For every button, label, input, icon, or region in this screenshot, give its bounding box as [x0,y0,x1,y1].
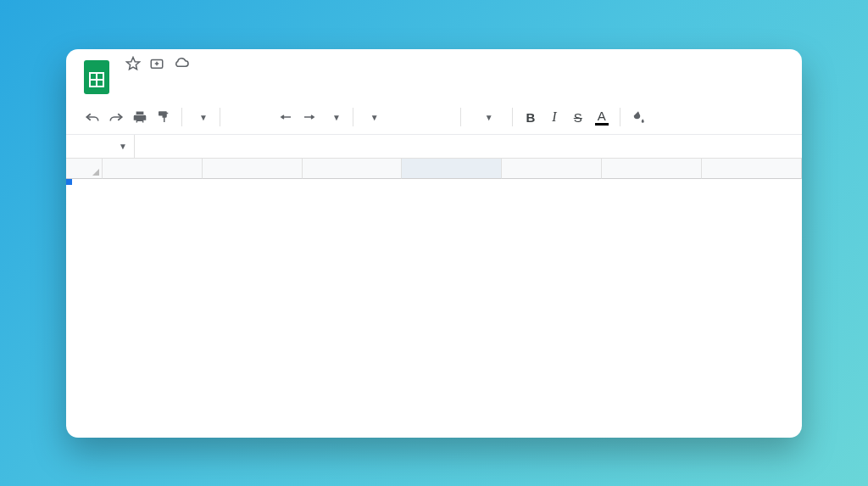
zoom-dropdown[interactable]: ▼ [189,113,213,122]
cloud-saved-icon [173,57,190,70]
bold-button[interactable]: B [520,105,542,129]
col-header-B[interactable] [203,159,303,179]
menu-tools[interactable] [209,76,224,81]
col-header-E[interactable] [502,159,602,179]
svg-marker-0 [127,58,140,70]
font-family-dropdown[interactable]: ▼ [360,113,453,122]
menu-extensions[interactable] [224,76,239,81]
currency-button[interactable] [227,105,249,129]
paint-format-button[interactable] [153,105,175,129]
fill-color-button[interactable] [627,105,649,129]
name-box[interactable]: ▼ [66,135,134,158]
star-icon[interactable] [125,56,141,71]
select-all-corner[interactable] [66,159,103,179]
formula-input[interactable] [169,135,802,158]
menu-insert[interactable] [163,76,178,81]
italic-button[interactable]: I [543,105,565,129]
text-color-button[interactable]: A [591,105,613,129]
fill-handle[interactable] [66,179,72,185]
menu-view[interactable] [147,76,163,81]
menu-help[interactable] [239,76,254,81]
doc-header [66,49,802,100]
move-to-folder-icon[interactable] [149,56,164,71]
menu-file[interactable] [117,76,132,81]
print-button[interactable] [129,105,151,129]
increase-decimal-button[interactable] [298,105,320,129]
strikethrough-button[interactable]: S [567,105,589,129]
menu-format[interactable] [178,76,193,81]
spreadsheet-grid[interactable] [66,159,802,179]
menu-edit[interactable] [132,76,147,81]
spreadsheet-window: ▼ ▼ ▼ ▼ B I S A [66,49,802,438]
undo-button[interactable] [81,105,103,129]
menu-bar [117,76,790,81]
redo-button[interactable] [105,105,127,129]
toolbar: ▼ ▼ ▼ ▼ B I S A [66,100,802,135]
col-header-F[interactable] [602,159,702,179]
menu-data[interactable] [193,76,209,81]
sheets-icon [84,60,109,94]
number-format-dropdown[interactable]: ▼ [322,113,346,122]
col-header-A[interactable] [103,159,203,179]
font-size-dropdown[interactable]: ▼ [468,113,505,122]
percent-button[interactable] [251,105,273,129]
col-header-G[interactable] [702,159,802,179]
app-logo[interactable] [78,56,115,98]
decrease-decimal-button[interactable] [275,105,297,129]
col-header-C[interactable] [303,159,403,179]
col-header-D[interactable] [402,159,502,179]
formula-bar: ▼ [66,135,802,159]
